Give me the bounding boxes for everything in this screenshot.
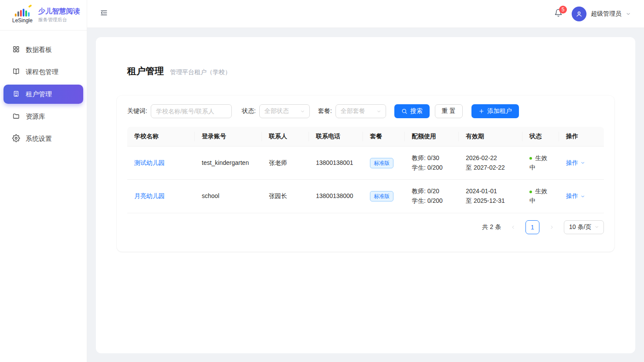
- status-dot-icon: [529, 157, 532, 160]
- chevron-down-icon: [300, 109, 305, 114]
- search-button[interactable]: 搜索: [394, 104, 430, 118]
- column-header-plan: 套餐: [363, 127, 405, 147]
- row-actions-label: 操作: [566, 158, 578, 168]
- valid-from: 2024-01-01: [466, 187, 515, 196]
- keyword-label: 关键词:: [127, 107, 147, 115]
- status-cell: 生效中: [522, 147, 559, 180]
- sidebar-nav: 数据看板 课程包管理 租户管理 资源库: [0, 31, 87, 148]
- chevron-down-icon: [626, 11, 631, 17]
- reset-button[interactable]: 重 置: [435, 104, 463, 118]
- chevron-down-icon: [594, 225, 599, 229]
- status-select-value: 全部状态: [264, 107, 289, 115]
- notifications-button[interactable]: 5: [552, 8, 564, 20]
- sidebar-item-label: 资源库: [26, 113, 45, 121]
- menu-fold-button[interactable]: [98, 8, 110, 20]
- book-icon: [12, 68, 20, 77]
- column-header-phone: 联系电话: [309, 127, 363, 147]
- search-icon: [401, 108, 407, 114]
- contact-cell: 张老师: [262, 147, 309, 180]
- status-label: 状态:: [242, 107, 256, 115]
- chevron-down-icon: [376, 109, 381, 114]
- content: 租户管理 管理平台租户（学校） 关键词: 状态: 全部状态 套餐:: [87, 28, 644, 362]
- page-size-select[interactable]: 10 条/页: [564, 220, 604, 234]
- contact-cell: 张园长: [262, 180, 309, 213]
- logo-bars-icon: [15, 7, 30, 17]
- row-actions-dropdown[interactable]: 操作: [566, 191, 585, 201]
- tenant-panel: 关键词: 状态: 全部状态 套餐: 全部套餐: [117, 96, 614, 252]
- sidebar-item-label: 租户管理: [26, 90, 52, 99]
- brand-text: 少儿智慧阅读 服务管理后台: [38, 7, 80, 23]
- tenant-table: 学校名称 登录账号 联系人 联系电话 套餐 配额使用 有效期 状态 操作: [127, 127, 604, 213]
- sidebar-item-label: 数据看板: [26, 46, 52, 54]
- plan-label: 套餐:: [318, 107, 332, 115]
- keyword-input[interactable]: [151, 104, 232, 118]
- phone-cell: 13800138000: [309, 180, 363, 213]
- pagination: 共 2 条 1 10 条/页: [127, 220, 604, 234]
- gear-icon: [12, 134, 20, 143]
- table-row: 测试幼儿园 test_kindergarten 张老师 13800138001 …: [127, 147, 604, 180]
- quota-cell: 教师: 0/30 学生: 0/200: [405, 147, 459, 180]
- status-select[interactable]: 全部状态: [259, 104, 310, 118]
- reset-button-label: 重 置: [442, 107, 456, 115]
- user-menu[interactable]: 超级管理员: [572, 7, 631, 21]
- row-actions-dropdown[interactable]: 操作: [566, 158, 585, 168]
- status-badge: 生效中: [529, 154, 547, 171]
- pagination-next-button[interactable]: [546, 221, 558, 233]
- sidebar-item-tenants[interactable]: 租户管理: [3, 85, 83, 104]
- page-head: 租户管理 管理平台租户（学校）: [117, 65, 614, 77]
- column-header-contact: 联系人: [262, 127, 309, 147]
- brand: LeSingle 少儿智慧阅读 服务管理后台: [0, 0, 87, 31]
- search-button-label: 搜索: [410, 107, 423, 115]
- pagination-prev-button[interactable]: [507, 221, 519, 233]
- brand-title: 少儿智慧阅读: [38, 7, 80, 16]
- column-header-account: 登录账号: [195, 127, 262, 147]
- quota-cell: 教师: 0/20 学生: 0/200: [405, 180, 459, 213]
- school-link[interactable]: 月亮幼儿园: [134, 192, 165, 199]
- status-cell: 生效中: [522, 180, 559, 213]
- valid-to: 至 2025-12-31: [466, 196, 515, 206]
- status-badge: 生效中: [529, 188, 547, 204]
- filter-bar: 关键词: 状态: 全部状态 套餐: 全部套餐: [127, 104, 604, 118]
- building-icon: [12, 90, 20, 99]
- plan-tag: 标准版: [370, 158, 393, 168]
- phone-cell: 13800138001: [309, 147, 363, 180]
- sidebar-item-resources[interactable]: 资源库: [3, 107, 83, 126]
- app-root: LeSingle 少儿智慧阅读 服务管理后台 数据看板 课程包管理: [0, 0, 644, 362]
- quota-teacher: 教师: 0/30: [412, 154, 452, 163]
- avatar: [572, 7, 586, 21]
- topbar: 5 超级管理员: [87, 0, 644, 28]
- page-size-value: 10 条/页: [569, 223, 591, 231]
- plan-select-value: 全部套餐: [341, 107, 365, 115]
- dashboard-icon: [12, 45, 20, 55]
- pagination-page-1[interactable]: 1: [525, 220, 539, 234]
- column-header-quota: 配额使用: [405, 127, 459, 147]
- quota-student: 学生: 0/200: [412, 163, 452, 173]
- school-link[interactable]: 测试幼儿园: [134, 159, 165, 166]
- chevron-down-icon: [580, 194, 585, 199]
- column-header-validity: 有效期: [459, 127, 522, 147]
- sidebar-item-label: 系统设置: [26, 135, 52, 143]
- sidebar-item-course-packages[interactable]: 课程包管理: [3, 62, 83, 82]
- topbar-right: 5 超级管理员: [552, 7, 631, 21]
- brand-subtitle: 服务管理后台: [38, 17, 80, 23]
- status-dot-icon: [529, 191, 532, 193]
- brand-logo-word: LeSingle: [12, 17, 33, 24]
- column-header-status: 状态: [522, 127, 559, 147]
- account-cell: school: [195, 180, 262, 213]
- validity-cell: 2024-01-01 至 2025-12-31: [459, 180, 522, 213]
- sidebar-item-dashboard[interactable]: 数据看板: [3, 40, 83, 59]
- sidebar-item-settings[interactable]: 系统设置: [3, 129, 83, 148]
- chevron-right-icon: [549, 225, 554, 230]
- menu-fold-icon: [100, 9, 108, 19]
- plan-select[interactable]: 全部套餐: [336, 104, 386, 118]
- chevron-left-icon: [511, 225, 516, 230]
- quota-teacher: 教师: 0/20: [412, 187, 452, 196]
- add-tenant-button[interactable]: 添加租户: [471, 104, 519, 118]
- sidebar: LeSingle 少儿智慧阅读 服务管理后台 数据看板 课程包管理: [0, 0, 87, 362]
- table-header-row: 学校名称 登录账号 联系人 联系电话 套餐 配额使用 有效期 状态 操作: [127, 127, 604, 147]
- page-subtitle: 管理平台租户（学校）: [170, 68, 231, 76]
- pagination-total: 共 2 条: [482, 223, 501, 231]
- page-card: 租户管理 管理平台租户（学校） 关键词: 状态: 全部状态 套餐:: [96, 37, 635, 353]
- notification-badge: 5: [559, 6, 567, 14]
- valid-from: 2026-02-22: [466, 154, 515, 163]
